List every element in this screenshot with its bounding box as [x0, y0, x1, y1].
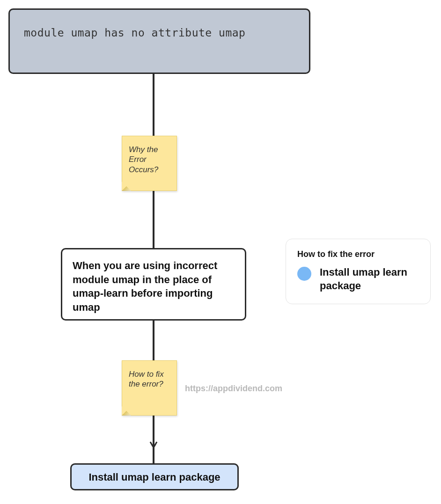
explanation-text: When you are using incorrect module umap…	[73, 260, 217, 313]
connector-line-3	[153, 321, 154, 360]
error-message-box: module umap has no attribute umap	[8, 8, 310, 74]
sticky-note-how: How to fix the error?	[122, 360, 177, 416]
watermark-text: https://appdividend.com	[185, 384, 282, 394]
legend-panel: How to fix the error Install umap learn …	[286, 239, 431, 304]
connector-line-4	[153, 416, 154, 463]
solution-box: Install umap learn package	[70, 463, 239, 490]
legend-item-text: Install umap learn package	[320, 266, 419, 292]
connector-line-2	[153, 191, 154, 248]
solution-text: Install umap learn package	[88, 471, 220, 483]
legend-dot-icon	[297, 267, 311, 281]
sticky-note-how-text: How to fix the error?	[129, 370, 164, 388]
sticky-note-why-text: Why the Error Occurs?	[129, 145, 158, 174]
error-message-text: module umap has no attribute umap	[24, 27, 245, 39]
sticky-note-why: Why the Error Occurs?	[122, 136, 177, 191]
explanation-box: When you are using incorrect module umap…	[61, 248, 246, 321]
connector-line-1	[153, 74, 154, 136]
legend-title: How to fix the error	[297, 249, 419, 259]
legend-item: Install umap learn package	[297, 266, 419, 292]
